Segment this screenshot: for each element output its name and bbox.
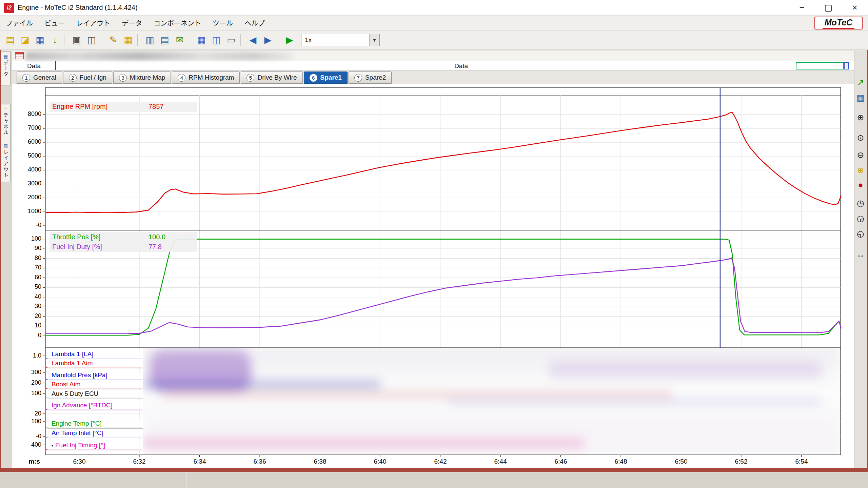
x-tick-label: 6:54 xyxy=(786,458,817,465)
channel-label-text: Ign Advance [°BTDC] xyxy=(52,402,113,409)
y-tick-label: -0 xyxy=(17,433,41,440)
chevron-down-icon[interactable]: ▼ xyxy=(369,34,379,46)
record-icon[interactable]: ● xyxy=(855,178,866,191)
print-preview-icon[interactable]: ◫ xyxy=(84,33,99,47)
zoom-highlight-icon[interactable]: ⊕ xyxy=(855,164,866,177)
tab-number: 5 xyxy=(246,74,254,82)
y-tick-label: 100 xyxy=(17,418,41,425)
side-tab-label: データ xyxy=(2,60,9,77)
play-icon[interactable]: ▶ xyxy=(282,33,297,47)
tab-drive-by-wire[interactable]: 5Drive By Wire xyxy=(241,72,302,84)
menu-item-data[interactable]: データ xyxy=(116,16,148,30)
y-tick-label: 70 xyxy=(17,264,41,271)
layout-icon: ▥ xyxy=(3,143,8,148)
tab-number: 1 xyxy=(22,74,30,82)
display-grid-icon[interactable]: ▦ xyxy=(855,91,866,104)
toolbar-separator xyxy=(189,34,192,46)
y-tick-label: 6000 xyxy=(17,138,41,145)
playback-speed-select[interactable]: 1x ▼ xyxy=(301,34,380,46)
tab-number: 3 xyxy=(119,74,127,82)
channel-bullet-icon: ▪ xyxy=(52,443,53,448)
tab-spare2[interactable]: 7Spare2 xyxy=(349,72,392,84)
fit-width-icon[interactable]: ↔ xyxy=(855,248,866,261)
status-bar xyxy=(0,472,868,488)
menu-item-file[interactable]: ファイル xyxy=(0,16,39,30)
new-icon[interactable]: ▤ xyxy=(3,33,17,47)
zoom-in-icon[interactable]: ⊕ xyxy=(855,111,866,124)
menu-item-help[interactable]: ヘルプ xyxy=(239,16,271,30)
menu-item-components[interactable]: コンポーネント xyxy=(148,16,207,30)
y-tick-label: 7000 xyxy=(17,124,41,131)
menu-items: ファイルビューレイアウトデータコンポーネントツールヘルプ xyxy=(0,16,271,30)
time-distance-icon[interactable]: ▭ xyxy=(224,33,238,47)
y-tick-label: 400 xyxy=(17,441,41,448)
channel-label-text: Lambda 1 Aim xyxy=(52,360,93,367)
y-tick-label: 0 xyxy=(17,332,41,339)
channel-label-text: Air Temp Inlet [°C] xyxy=(52,429,103,436)
x-tick-label: 6:46 xyxy=(546,458,576,465)
save-icon[interactable]: ▦ xyxy=(33,33,47,47)
app-icon: i2 xyxy=(4,3,14,13)
x-tick-label: 6:36 xyxy=(244,458,275,465)
x-tick-label: 6:38 xyxy=(305,458,335,465)
y-tick-label: 1000 xyxy=(17,208,41,215)
playback-speed-value: 1x xyxy=(305,36,312,44)
tab-general[interactable]: 1General xyxy=(17,72,62,84)
channel-label-lambda-1-la: Lambda 1 [LA] xyxy=(47,350,143,359)
throttle-legend-value: 100.0 xyxy=(149,233,165,241)
open-icon[interactable]: ◪ xyxy=(18,33,32,47)
edit-icon[interactable]: ✎ xyxy=(106,33,120,47)
maximize-button[interactable]: ▢ xyxy=(815,0,842,15)
zoom-window-icon[interactable]: ⊙ xyxy=(855,131,866,144)
y-tick-label: 10 xyxy=(17,322,41,329)
tile-windows-icon[interactable]: ◫ xyxy=(209,33,223,47)
channel-label-aux-5-duty-ecu: Aux 5 Duty ECU xyxy=(47,390,143,399)
y-tick-label: 8000 xyxy=(17,110,41,118)
zoom-out-icon[interactable]: ⊖ xyxy=(855,148,866,161)
menu-item-tools[interactable]: ツール xyxy=(207,16,239,30)
blur-blob xyxy=(448,399,821,404)
close-button[interactable]: × xyxy=(842,0,868,15)
next-lap-icon[interactable]: ▶ xyxy=(261,33,275,47)
send-icon[interactable]: ✉ xyxy=(173,33,187,47)
channel-label-text: Manifold Pres [kPa] xyxy=(52,371,107,379)
export-data-icon[interactable]: ↓ xyxy=(48,33,62,47)
export-window-icon[interactable]: ↗ xyxy=(855,76,866,89)
tab-number: 6 xyxy=(310,74,317,82)
throttle-fuel-legend: Throttle Pos [%] 100.0 Fuel Inj Duty [%]… xyxy=(50,232,197,252)
y-tick-label: 300 xyxy=(17,369,41,376)
blur-blob xyxy=(143,439,584,447)
y-tick-label: 4000 xyxy=(17,166,41,173)
side-tab-channels[interactable]: ~チャネル xyxy=(1,104,11,142)
tab-spare1[interactable]: 6Spare1 xyxy=(304,72,348,84)
minimize-button[interactable]: − xyxy=(789,0,815,15)
rpm-legend: Engine RPM [rpm] 7857 xyxy=(50,102,197,112)
x-tick-label: 6:40 xyxy=(365,458,395,465)
values-table-icon[interactable]: ▥ xyxy=(143,33,157,47)
motec-i2-window: i2 Engine - MoTeC i2 Standard (1.1.4.424… xyxy=(0,0,868,488)
side-tab-data[interactable]: ▦データ xyxy=(1,52,11,85)
time-zoom-reset-icon[interactable]: ◵ xyxy=(855,227,866,240)
time-zoom-in-icon[interactable]: ◷ xyxy=(855,197,866,209)
prev-lap-icon[interactable]: ◀ xyxy=(246,33,260,47)
motec-logo-text: MoTeC xyxy=(823,18,854,29)
status-bar-divider xyxy=(186,473,187,487)
edit-layout-icon[interactable]: ▦ xyxy=(121,33,135,47)
menu-item-layout[interactable]: レイアウト xyxy=(71,16,116,30)
channel-label-text: Aux 5 Duty ECU xyxy=(52,390,98,397)
print-icon[interactable]: ▣ xyxy=(70,33,84,47)
time-zoom-out-icon[interactable]: ◶ xyxy=(855,212,866,225)
channel-label-text: Fuel Inj Timing [°] xyxy=(55,442,105,449)
channels-list-icon[interactable]: ▤ xyxy=(158,33,172,47)
menu-item-view[interactable]: ビュー xyxy=(39,16,71,30)
tab-fuel-ign[interactable]: 2Fuel / Ign xyxy=(63,72,112,84)
tab-number: 4 xyxy=(178,74,185,82)
side-tab-label: レイアウト xyxy=(2,149,9,178)
grid-icon[interactable]: ▦ xyxy=(194,33,209,47)
y-tick-label: -0 xyxy=(17,222,41,229)
side-tab-layout[interactable]: ▥レイアウト xyxy=(1,141,11,182)
tab-mixture-map[interactable]: 3Mixture Map xyxy=(113,72,171,84)
fuel-duty-legend-value: 77.8 xyxy=(149,243,162,251)
logfile-name-redacted xyxy=(26,52,294,60)
tab-rpm-histogram[interactable]: 4RPM Histogram xyxy=(172,72,240,84)
